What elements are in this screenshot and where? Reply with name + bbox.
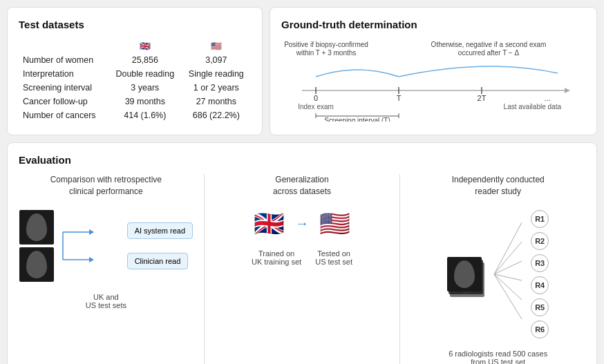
dataset-row: Screening interval 3 years 1 or 2 years (19, 81, 251, 95)
mammogram-stack (19, 210, 54, 282)
svg-marker-20 (89, 229, 94, 235)
svg-text:2T: 2T (478, 94, 487, 102)
ai-read-box: AI system read (127, 222, 193, 239)
divider-1 (204, 174, 205, 364)
tested-label: Tested onUS test set (315, 249, 352, 266)
arrows-svg (59, 218, 122, 274)
reader-lines-svg (491, 215, 525, 333)
mammogram-bottom (19, 247, 54, 282)
svg-line-28 (494, 274, 522, 300)
ground-truth-panel: Ground-truth determination Positive if b… (270, 7, 597, 135)
test-datasets-title: Test datasets (19, 19, 251, 30)
row-label-3: Cancer follow-up (19, 95, 108, 108)
reader-bottom-label: 6 radiologists read 500 casesfrom US tes… (449, 349, 547, 364)
mammogram-top (19, 210, 54, 245)
svg-text:Index exam: Index exam (298, 103, 334, 111)
row-label-1: Interpretation (19, 67, 108, 81)
eval-section-generalization: Generalizationacross datasets 🇬🇧 → 🇺🇸 Tr… (215, 174, 390, 364)
mammo-front (447, 257, 482, 291)
row-us-3: 27 months (182, 95, 251, 108)
trained-label: Trained onUK training set (252, 249, 301, 266)
dataset-row: Number of women 25,856 3,097 (19, 53, 251, 67)
row-label-0: Number of women (19, 53, 108, 67)
comparison-bottom-label: UK andUS test sets (86, 293, 126, 309)
dataset-table: 🇬🇧 🇺🇸 Number of women 25,856 3,097 Inter… (19, 39, 251, 122)
us-flag: 🇺🇸 (182, 39, 251, 53)
reader-title: Independently conductedreader study (452, 174, 545, 198)
clinician-read-box: Clinician read (127, 253, 189, 269)
svg-line-26 (494, 261, 522, 274)
reader-r6: R6 (531, 320, 549, 338)
svg-line-24 (494, 222, 522, 274)
generalization-title: Generalizationacross datasets (273, 174, 331, 198)
clinical-diagram: AI system read Clinician read (19, 210, 193, 282)
row-us-1: Single reading (182, 67, 251, 81)
eval-section-reader: Independently conductedreader study (410, 174, 585, 364)
svg-text:Positive if biopsy-confirmed: Positive if biopsy-confirmed (284, 41, 368, 48)
svg-line-25 (494, 242, 522, 274)
svg-text:Otherwise, negative if a secon: Otherwise, negative if a second exam (431, 41, 547, 48)
svg-text:Screening interval (T): Screening interval (T) (324, 117, 390, 122)
eval-section-comparison: Comparison with retrospectiveclinical pe… (19, 174, 194, 364)
reader-diagram: R1 R2 R3 R4 R5 R6 (447, 210, 549, 338)
reader-r1: R1 (531, 210, 549, 228)
test-datasets-panel: Test datasets 🇬🇧 🇺🇸 Number of women 25,8… (7, 7, 263, 135)
svg-line-27 (494, 274, 522, 280)
dataset-row: Interpretation Double reading Single rea… (19, 67, 251, 81)
top-row: Test datasets 🇬🇧 🇺🇸 Number of women 25,8… (7, 7, 597, 135)
svg-marker-5 (565, 88, 570, 93)
evaluation-panel: Evaluation Comparison with retrospective… (7, 142, 597, 364)
row-us-0: 3,097 (182, 53, 251, 67)
svg-text:...: ... (544, 94, 550, 102)
us-flag-gen: 🇺🇸 (319, 211, 350, 236)
row-label-2: Screening interval (19, 81, 108, 95)
svg-text:0: 0 (314, 94, 318, 102)
uk-flag: 🇬🇧 (108, 39, 182, 53)
evaluation-title: Evaluation (19, 154, 585, 166)
svg-line-29 (494, 274, 522, 319)
ground-truth-diagram: Positive if biopsy-confirmed within T + … (281, 39, 585, 122)
reader-r2: R2 (531, 232, 549, 250)
row-us-4: 686 (22.2%) (182, 108, 251, 122)
row-uk-2: 3 years (108, 81, 182, 95)
dataset-row: Cancer follow-up 39 months 27 months (19, 95, 251, 108)
reader-r4: R4 (531, 276, 549, 294)
svg-marker-22 (89, 257, 94, 262)
dataset-row: Number of cancers 414 (1.6%) 686 (22.2%) (19, 108, 251, 122)
svg-text:Last available data: Last available data (504, 103, 562, 111)
gen-diagram: 🇬🇧 → 🇺🇸 (254, 211, 350, 236)
eval-sections: Comparison with retrospectiveclinical pe… (19, 174, 585, 364)
row-label-4: Number of cancers (19, 108, 108, 122)
uk-flag-gen: 🇬🇧 (254, 211, 285, 236)
reader-circles: R1 R2 R3 R4 R5 R6 (531, 210, 549, 338)
reader-r3: R3 (531, 254, 549, 272)
svg-text:T: T (397, 94, 402, 102)
svg-text:within T + 3 months: within T + 3 months (296, 49, 357, 57)
svg-text:occurred after T − Δ: occurred after T − Δ (458, 49, 520, 57)
reader-mammograms (447, 257, 485, 291)
ground-truth-title: Ground-truth determination (281, 19, 585, 30)
reader-r5: R5 (531, 298, 549, 316)
row-uk-0: 25,856 (108, 53, 182, 67)
main-container: Test datasets 🇬🇧 🇺🇸 Number of women 25,8… (0, 0, 604, 364)
gen-arrow: → (295, 215, 309, 231)
gen-labels: Trained onUK training set Tested onUS te… (252, 246, 352, 266)
divider-2 (399, 174, 400, 364)
read-boxes: AI system read Clinician read (127, 222, 193, 269)
row-uk-4: 414 (1.6%) (108, 108, 182, 122)
comparison-title: Comparison with retrospectiveclinical pe… (50, 174, 162, 198)
row-uk-1: Double reading (108, 67, 182, 81)
row-uk-3: 39 months (108, 95, 182, 108)
row-us-2: 1 or 2 years (182, 81, 251, 95)
